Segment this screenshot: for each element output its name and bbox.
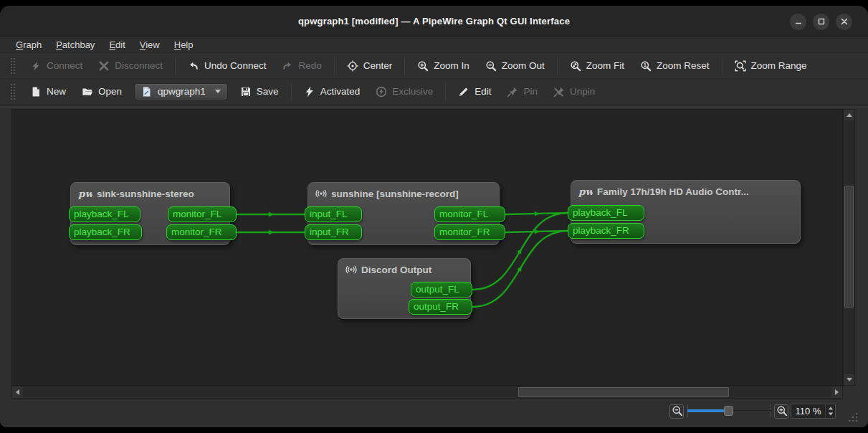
window-title: qpwgraph1 [modified] — A PipeWire Graph … — [298, 16, 570, 27]
toolbar-label: Redo — [298, 60, 321, 71]
close-icon — [840, 17, 849, 26]
port-sunshine-input_FR[interactable]: input_FR — [305, 224, 362, 240]
horizontal-scrollbar[interactable] — [11, 386, 843, 399]
maximize-button[interactable] — [813, 14, 829, 30]
spin-down-button[interactable] — [828, 413, 832, 416]
stream-icon — [345, 264, 357, 275]
port-discord-output-output_FR[interactable]: output_FR — [409, 299, 472, 315]
minimize-icon — [794, 17, 803, 26]
wires-layer — [12, 110, 843, 386]
new-button[interactable]: New — [22, 83, 74, 100]
vertical-scrollbar[interactable] — [843, 109, 855, 386]
zoom-out-icon — [485, 60, 497, 72]
edit-button[interactable]: Edit — [450, 83, 499, 100]
scroll-down-button[interactable] — [844, 374, 854, 385]
menu-edit[interactable]: Edit — [102, 38, 132, 52]
open-button[interactable]: Open — [74, 83, 130, 100]
spin-up-button[interactable] — [828, 407, 832, 410]
spin-arrows — [825, 404, 835, 418]
port-family-audio-playback_FL[interactable]: playback_FL — [568, 205, 644, 221]
center-button[interactable]: Center — [339, 57, 401, 75]
port-discord-output-output_FL[interactable]: output_FL — [411, 282, 472, 298]
toolbar-label: Activated — [320, 86, 361, 97]
stream-icon — [315, 188, 327, 199]
port-sink-sunshine-stereo-monitor_FR[interactable]: monitor_FR — [166, 224, 237, 240]
zoom-fit-button[interactable]: Zoom Fit — [562, 57, 632, 75]
slider-fill — [687, 409, 728, 412]
port-sink-sunshine-stereo-playback_FL[interactable]: playback_FL — [69, 206, 140, 222]
toolbar-separator — [404, 57, 405, 75]
scroll-left-button[interactable] — [12, 386, 23, 398]
wire-arrow — [535, 229, 540, 234]
disconnect-button[interactable]: Disconnect — [90, 57, 171, 75]
zoom-in-button[interactable]: Zoom In — [409, 57, 477, 75]
zoom-percent-value: 110 % — [791, 406, 825, 417]
unpin-button[interactable]: Unpin — [545, 83, 603, 100]
toolbar-separator — [291, 83, 292, 100]
zoom-range-button[interactable]: Zoom Range — [727, 57, 815, 75]
minimize-button[interactable] — [790, 14, 806, 30]
zoom-spinbox[interactable]: 110 % — [791, 404, 836, 419]
toolbar-separator — [334, 57, 335, 75]
port-sink-sunshine-stereo-playback_FR[interactable]: playback_FR — [69, 224, 142, 240]
port-sunshine-input_FL[interactable]: input_FL — [305, 206, 362, 222]
zoom-reset-button[interactable]: 1Zoom Reset — [632, 57, 717, 75]
activated-button[interactable]: Activated — [296, 83, 368, 100]
connect-button[interactable]: Connect — [22, 57, 90, 75]
toolbar-label: Open — [98, 86, 122, 97]
horizontal-scroll-thumb[interactable] — [518, 387, 729, 397]
toolbar-drag-handle[interactable] — [10, 57, 15, 75]
toolbar-label: Zoom Fit — [586, 60, 624, 71]
node-title-text: Family 17h/19h HD Audio Contr... — [597, 186, 749, 197]
node-title-text: sink-sunshine-stereo — [97, 189, 194, 199]
port-sunshine-monitor_FR[interactable]: monitor_FR — [434, 224, 505, 240]
menu-view[interactable]: View — [133, 38, 167, 52]
svg-text:pw: pw — [78, 188, 92, 199]
patchbay-file-icon — [141, 86, 153, 97]
port-family-audio-playback_FR[interactable]: playback_FR — [568, 223, 644, 239]
zoom-in-small-button[interactable] — [774, 404, 788, 419]
menu-help[interactable]: Help — [167, 38, 201, 52]
wire-sunshine.monitor_FL-to-family-audio.playback_FL[interactable] — [505, 213, 568, 214]
menu-patchbay[interactable]: Patchbay — [49, 38, 102, 52]
exclusive-button[interactable]: Exclusive — [368, 83, 441, 100]
toolbar-label: Zoom In — [434, 60, 469, 71]
undo-connect-button[interactable]: Undo Connect — [180, 57, 274, 75]
close-button[interactable] — [836, 14, 852, 30]
wire-arrow — [517, 247, 523, 254]
port-sunshine-monitor_FL[interactable]: monitor_FL — [434, 206, 505, 222]
scroll-up-button[interactable] — [844, 110, 854, 120]
wire-arrow — [535, 211, 540, 216]
resize-grip[interactable] — [847, 411, 859, 423]
toolbar-label: Zoom Range — [751, 60, 807, 71]
zoom-out-button[interactable]: Zoom Out — [477, 57, 553, 75]
toolbar-separator — [175, 57, 176, 75]
statusbar: 110 % — [0, 399, 868, 427]
node-title: pwsink-sunshine-stereo — [78, 188, 194, 199]
graph-canvas[interactable]: pwsink-sunshine-stereoplayback_FLplaybac… — [11, 109, 843, 386]
port-sink-sunshine-stereo-monitor_FL[interactable]: monitor_FL — [168, 206, 237, 222]
open-icon — [82, 86, 93, 97]
zoom-out-small-button[interactable] — [669, 404, 684, 419]
edit-icon — [458, 86, 469, 97]
unpin-icon — [553, 86, 565, 97]
redo-button[interactable]: Redo — [274, 57, 329, 75]
zoom-slider[interactable] — [687, 404, 771, 417]
menu-graph[interactable]: Graph — [9, 38, 49, 52]
titlebar[interactable]: qpwgraph1 [modified] — A PipeWire Graph … — [0, 6, 868, 37]
arrow-right-icon — [835, 389, 839, 395]
save-button[interactable]: Save — [232, 83, 287, 100]
wire-arrow — [517, 265, 523, 271]
toolbar-drag-handle[interactable] — [10, 83, 15, 100]
pin-button[interactable]: Pin — [499, 83, 545, 100]
zoom-in-icon — [417, 60, 429, 72]
wire-sunshine.monitor_FR-to-family-audio.playback_FR[interactable] — [505, 231, 568, 232]
scroll-right-button[interactable] — [831, 386, 842, 398]
toolbar-label: Exclusive — [392, 86, 433, 97]
node-title: Discord Output — [345, 264, 431, 275]
toolbar-label: Zoom Reset — [657, 60, 710, 71]
vertical-scroll-thumb[interactable] — [844, 186, 854, 308]
toolbar-label: Unpin — [570, 86, 595, 97]
slider-handle[interactable] — [724, 406, 733, 416]
patchbay-select[interactable]: qpwgraph1 — [134, 83, 228, 100]
